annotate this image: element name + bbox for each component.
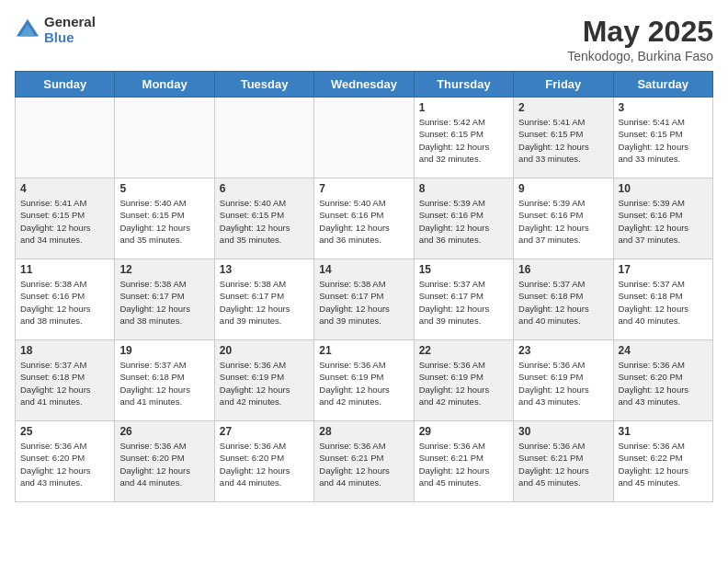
- weekday-header-saturday: Saturday: [613, 72, 712, 98]
- day-number: 19: [119, 344, 209, 357]
- calendar-day-cell: 6Sunrise: 5:40 AM Sunset: 6:15 PM Daylig…: [214, 178, 313, 259]
- calendar-day-cell: 13Sunrise: 5:38 AM Sunset: 6:17 PM Dayli…: [214, 259, 313, 340]
- calendar-day-cell: 29Sunrise: 5:36 AM Sunset: 6:21 PM Dayli…: [414, 421, 513, 502]
- day-number: 5: [119, 182, 209, 195]
- weekday-header-row: SundayMondayTuesdayWednesdayThursdayFrid…: [16, 72, 713, 98]
- day-info: Sunrise: 5:37 AM Sunset: 6:18 PM Dayligh…: [20, 359, 109, 408]
- title-block: May 2025 Tenkodogo, Burkina Faso: [567, 15, 713, 63]
- calendar-day-cell: 16Sunrise: 5:37 AM Sunset: 6:18 PM Dayli…: [514, 259, 613, 340]
- weekday-header-friday: Friday: [514, 72, 613, 98]
- day-info: Sunrise: 5:38 AM Sunset: 6:17 PM Dayligh…: [119, 278, 209, 327]
- calendar-day-cell: 14Sunrise: 5:38 AM Sunset: 6:17 PM Dayli…: [314, 259, 414, 340]
- calendar-day-cell: 30Sunrise: 5:36 AM Sunset: 6:21 PM Dayli…: [514, 421, 613, 502]
- day-number: 20: [220, 344, 309, 357]
- day-info: Sunrise: 5:36 AM Sunset: 6:20 PM Dayligh…: [619, 359, 708, 408]
- day-info: Sunrise: 5:39 AM Sunset: 6:16 PM Dayligh…: [419, 197, 508, 246]
- calendar-day-cell: 19Sunrise: 5:37 AM Sunset: 6:18 PM Dayli…: [115, 340, 214, 421]
- calendar-day-cell: 28Sunrise: 5:36 AM Sunset: 6:21 PM Dayli…: [314, 421, 414, 502]
- day-info: Sunrise: 5:37 AM Sunset: 6:18 PM Dayligh…: [119, 359, 209, 408]
- day-info: Sunrise: 5:36 AM Sunset: 6:19 PM Dayligh…: [518, 359, 608, 408]
- day-info: Sunrise: 5:36 AM Sunset: 6:19 PM Dayligh…: [220, 359, 309, 408]
- day-number: 24: [619, 344, 708, 357]
- calendar-day-cell: 9Sunrise: 5:39 AM Sunset: 6:16 PM Daylig…: [514, 178, 613, 259]
- day-number: 4: [20, 182, 109, 195]
- calendar-day-cell: 2Sunrise: 5:41 AM Sunset: 6:15 PM Daylig…: [514, 98, 613, 178]
- location-label: Tenkodogo, Burkina Faso: [567, 49, 713, 63]
- weekday-header-monday: Monday: [115, 72, 214, 98]
- calendar-day-cell: 26Sunrise: 5:36 AM Sunset: 6:20 PM Dayli…: [115, 421, 214, 502]
- calendar-day-cell: 17Sunrise: 5:37 AM Sunset: 6:18 PM Dayli…: [613, 259, 712, 340]
- calendar-day-cell: 10Sunrise: 5:39 AM Sunset: 6:16 PM Dayli…: [613, 178, 712, 259]
- weekday-header-thursday: Thursday: [414, 72, 513, 98]
- day-number: 17: [619, 263, 708, 276]
- day-info: Sunrise: 5:39 AM Sunset: 6:16 PM Dayligh…: [518, 197, 608, 246]
- day-info: Sunrise: 5:40 AM Sunset: 6:16 PM Dayligh…: [319, 197, 408, 246]
- day-info: Sunrise: 5:37 AM Sunset: 6:18 PM Dayligh…: [518, 278, 608, 327]
- day-info: Sunrise: 5:41 AM Sunset: 6:15 PM Dayligh…: [20, 197, 109, 246]
- day-info: Sunrise: 5:36 AM Sunset: 6:19 PM Dayligh…: [419, 359, 508, 408]
- calendar-week-row: 1Sunrise: 5:42 AM Sunset: 6:15 PM Daylig…: [16, 98, 713, 178]
- calendar-day-cell: [16, 98, 115, 178]
- calendar-day-cell: [115, 98, 214, 178]
- day-info: Sunrise: 5:36 AM Sunset: 6:21 PM Dayligh…: [419, 440, 508, 488]
- day-number: 25: [20, 425, 109, 438]
- calendar-day-cell: 4Sunrise: 5:41 AM Sunset: 6:15 PM Daylig…: [16, 178, 115, 259]
- calendar-table: SundayMondayTuesdayWednesdayThursdayFrid…: [15, 71, 713, 502]
- calendar-day-cell: 5Sunrise: 5:40 AM Sunset: 6:15 PM Daylig…: [115, 178, 214, 259]
- calendar-day-cell: 22Sunrise: 5:36 AM Sunset: 6:19 PM Dayli…: [414, 340, 513, 421]
- calendar-day-cell: [314, 98, 414, 178]
- calendar-week-row: 4Sunrise: 5:41 AM Sunset: 6:15 PM Daylig…: [16, 178, 713, 259]
- day-info: Sunrise: 5:37 AM Sunset: 6:17 PM Dayligh…: [419, 278, 508, 327]
- weekday-header-tuesday: Tuesday: [214, 72, 313, 98]
- calendar-day-cell: 18Sunrise: 5:37 AM Sunset: 6:18 PM Dayli…: [16, 340, 115, 421]
- day-info: Sunrise: 5:38 AM Sunset: 6:17 PM Dayligh…: [220, 278, 309, 327]
- calendar-day-cell: 3Sunrise: 5:41 AM Sunset: 6:15 PM Daylig…: [613, 98, 712, 178]
- day-number: 16: [518, 263, 608, 276]
- day-number: 8: [419, 182, 508, 195]
- day-info: Sunrise: 5:36 AM Sunset: 6:20 PM Dayligh…: [20, 440, 109, 488]
- day-number: 3: [619, 101, 708, 114]
- calendar-day-cell: 24Sunrise: 5:36 AM Sunset: 6:20 PM Dayli…: [613, 340, 712, 421]
- logo-blue-label: Blue: [44, 30, 96, 46]
- weekday-header-wednesday: Wednesday: [314, 72, 414, 98]
- day-number: 7: [319, 182, 408, 195]
- day-info: Sunrise: 5:38 AM Sunset: 6:17 PM Dayligh…: [319, 278, 408, 327]
- logo-general-label: General: [44, 15, 96, 30]
- day-number: 12: [119, 263, 209, 276]
- day-number: 31: [619, 425, 708, 438]
- day-number: 22: [419, 344, 508, 357]
- day-number: 2: [518, 101, 608, 114]
- day-info: Sunrise: 5:41 AM Sunset: 6:15 PM Dayligh…: [518, 116, 608, 165]
- calendar-day-cell: [214, 98, 313, 178]
- page-header: General Blue May 2025 Tenkodogo, Burkina…: [15, 15, 713, 63]
- calendar-day-cell: 11Sunrise: 5:38 AM Sunset: 6:16 PM Dayli…: [16, 259, 115, 340]
- weekday-header-sunday: Sunday: [16, 72, 115, 98]
- day-info: Sunrise: 5:36 AM Sunset: 6:21 PM Dayligh…: [518, 440, 608, 488]
- calendar-week-row: 11Sunrise: 5:38 AM Sunset: 6:16 PM Dayli…: [16, 259, 713, 340]
- month-title: May 2025: [567, 15, 713, 49]
- calendar-day-cell: 20Sunrise: 5:36 AM Sunset: 6:19 PM Dayli…: [214, 340, 313, 421]
- day-number: 6: [220, 182, 309, 195]
- day-number: 11: [20, 263, 109, 276]
- day-info: Sunrise: 5:40 AM Sunset: 6:15 PM Dayligh…: [220, 197, 309, 246]
- day-info: Sunrise: 5:37 AM Sunset: 6:18 PM Dayligh…: [619, 278, 708, 327]
- day-number: 1: [419, 101, 508, 114]
- day-number: 10: [619, 182, 708, 195]
- logo-text: General Blue: [44, 15, 96, 45]
- day-info: Sunrise: 5:40 AM Sunset: 6:15 PM Dayligh…: [119, 197, 209, 246]
- day-info: Sunrise: 5:36 AM Sunset: 6:22 PM Dayligh…: [619, 440, 708, 488]
- day-info: Sunrise: 5:39 AM Sunset: 6:16 PM Dayligh…: [619, 197, 708, 246]
- day-number: 29: [419, 425, 508, 438]
- calendar-day-cell: 8Sunrise: 5:39 AM Sunset: 6:16 PM Daylig…: [414, 178, 513, 259]
- day-number: 9: [518, 182, 608, 195]
- calendar-day-cell: 27Sunrise: 5:36 AM Sunset: 6:20 PM Dayli…: [214, 421, 313, 502]
- day-number: 23: [518, 344, 608, 357]
- calendar-day-cell: 7Sunrise: 5:40 AM Sunset: 6:16 PM Daylig…: [314, 178, 414, 259]
- calendar-day-cell: 15Sunrise: 5:37 AM Sunset: 6:17 PM Dayli…: [414, 259, 513, 340]
- calendar-day-cell: 1Sunrise: 5:42 AM Sunset: 6:15 PM Daylig…: [414, 98, 513, 178]
- day-info: Sunrise: 5:36 AM Sunset: 6:19 PM Dayligh…: [319, 359, 408, 408]
- calendar-day-cell: 25Sunrise: 5:36 AM Sunset: 6:20 PM Dayli…: [16, 421, 115, 502]
- day-info: Sunrise: 5:42 AM Sunset: 6:15 PM Dayligh…: [419, 116, 508, 165]
- calendar-week-row: 18Sunrise: 5:37 AM Sunset: 6:18 PM Dayli…: [16, 340, 713, 421]
- day-info: Sunrise: 5:38 AM Sunset: 6:16 PM Dayligh…: [20, 278, 109, 327]
